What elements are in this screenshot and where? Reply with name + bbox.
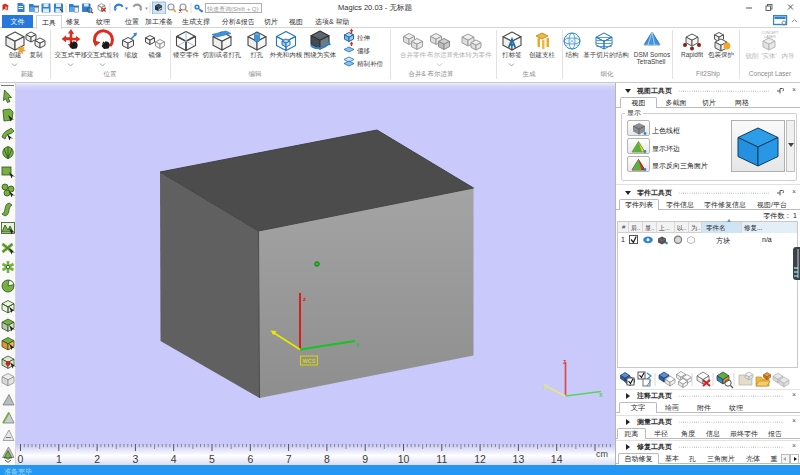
svg-text:WCS: WCS	[303, 358, 316, 364]
svg-text:z: z	[303, 296, 306, 302]
svg-text:y: y	[543, 382, 547, 390]
svg-text:x: x	[599, 391, 603, 398]
svg-text:z: z	[563, 358, 567, 365]
